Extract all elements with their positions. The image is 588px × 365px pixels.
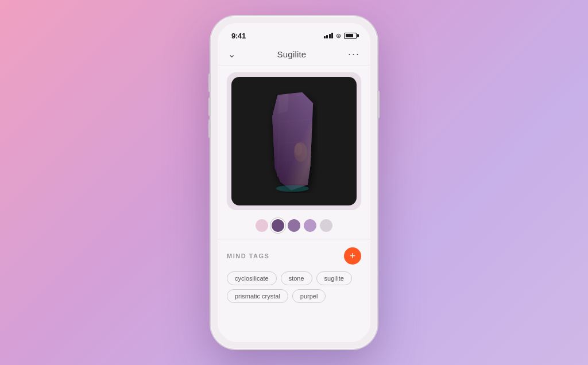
mind-tags-label: MIND TAGS bbox=[227, 253, 269, 259]
add-tag-button[interactable]: + bbox=[344, 247, 361, 265]
add-icon: + bbox=[350, 251, 356, 261]
crystal-image bbox=[260, 90, 328, 193]
status-bar: 9:41 ⊜ bbox=[218, 23, 370, 44]
nav-bar: ⌄ Sugilite ··· bbox=[218, 44, 370, 65]
tag-sugilite[interactable]: sugilite bbox=[316, 271, 352, 285]
mind-tags-header: MIND TAGS + bbox=[227, 247, 361, 265]
color-dot-2[interactable] bbox=[288, 219, 300, 232]
svg-marker-11 bbox=[272, 92, 313, 191]
wifi-icon: ⊜ bbox=[336, 32, 341, 40]
mind-tags-section: MIND TAGS + cyclosilicate stone sugilite bbox=[218, 239, 370, 309]
signal-icon bbox=[324, 33, 334, 38]
color-palette bbox=[218, 215, 370, 239]
color-dot-4[interactable] bbox=[320, 219, 332, 232]
battery-icon bbox=[344, 33, 357, 39]
phone-screen: 9:41 ⊜ ⌄ Sugilite bbox=[218, 23, 370, 342]
tag-purpel[interactable]: purpel bbox=[292, 289, 326, 303]
color-dot-0[interactable] bbox=[256, 219, 268, 232]
crystal-image-container bbox=[227, 72, 361, 210]
status-time: 9:41 bbox=[231, 32, 246, 40]
app-background: 9:41 ⊜ ⌄ Sugilite bbox=[211, 16, 377, 349]
back-chevron-icon[interactable]: ⌄ bbox=[228, 49, 235, 60]
status-icons: ⊜ bbox=[324, 32, 357, 40]
more-options-icon[interactable]: ··· bbox=[348, 51, 360, 57]
color-dot-3[interactable] bbox=[304, 219, 316, 232]
phone-wrapper: 9:41 ⊜ ⌄ Sugilite bbox=[211, 16, 377, 349]
tag-stone[interactable]: stone bbox=[281, 271, 312, 285]
tag-cyclosilicate[interactable]: cyclosilicate bbox=[227, 271, 277, 285]
tags-row-1: cyclosilicate stone sugilite bbox=[227, 271, 361, 285]
color-dot-1[interactable] bbox=[272, 219, 284, 232]
tag-prismatic-crystal[interactable]: prismatic crystal bbox=[227, 289, 288, 303]
svg-point-12 bbox=[276, 185, 309, 192]
tags-row-2: prismatic crystal purpel bbox=[227, 289, 361, 303]
nav-title: Sugilite bbox=[277, 49, 307, 59]
